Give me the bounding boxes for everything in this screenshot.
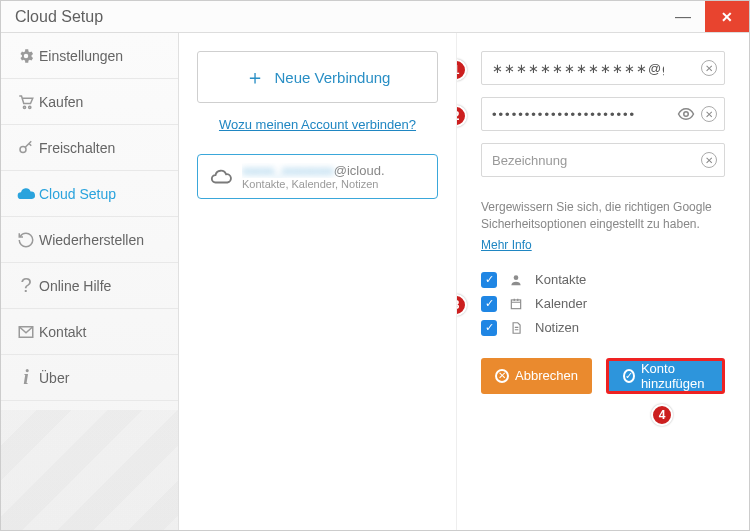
- app-window: Cloud Setup — ✕ Einstellungen Kaufen: [0, 0, 750, 531]
- check-label: Kontakte: [535, 272, 586, 287]
- sidebar-item-contact[interactable]: Kontakt: [1, 309, 178, 355]
- checkbox-icon: ✓: [481, 272, 497, 288]
- reveal-password-icon[interactable]: [677, 105, 695, 123]
- right-pane: 1 2 ✕ ✕ ✕: [457, 33, 749, 530]
- checkbox-icon: ✓: [481, 320, 497, 336]
- window-body: Einstellungen Kaufen Freischalten Cloud …: [1, 33, 749, 530]
- clear-label-icon[interactable]: ✕: [701, 152, 717, 168]
- new-connection-label: Neue Verbindung: [275, 69, 391, 86]
- account-card-icloud[interactable]: xxxxx_xxxxxxxx@icloud. Kontakte, Kalende…: [197, 154, 438, 199]
- restore-icon: [13, 231, 39, 249]
- annotation-badge-4: 4: [651, 404, 673, 426]
- titlebar: Cloud Setup — ✕: [1, 1, 749, 33]
- cancel-label: Abbrechen: [515, 368, 578, 383]
- check-contacts[interactable]: ✓ Kontakte: [481, 272, 725, 288]
- clear-email-icon[interactable]: ✕: [701, 60, 717, 76]
- plus-icon: ＋: [245, 64, 265, 91]
- account-info: xxxxx_xxxxxxxx@icloud. Kontakte, Kalende…: [242, 163, 385, 190]
- sidebar-item-label: Kaufen: [39, 94, 83, 110]
- sidebar-item-settings[interactable]: Einstellungen: [1, 33, 178, 79]
- button-row: ✕ Abbrechen ✓ Konto hinzufügen 4: [481, 358, 725, 394]
- gear-icon: [13, 47, 39, 65]
- account-subtitle: Kontakte, Kalender, Notizen: [242, 178, 385, 190]
- more-info-link[interactable]: Mehr Info: [481, 238, 532, 252]
- sidebar-item-help[interactable]: ? Online Hilfe: [1, 263, 178, 309]
- email-input[interactable]: [481, 51, 725, 85]
- add-account-button[interactable]: ✓ Konto hinzufügen: [606, 358, 725, 394]
- account-address: xxxxx_xxxxxxxx@icloud.: [242, 163, 385, 178]
- security-note: Vergewissern Sie sich, die richtigen Goo…: [481, 199, 725, 233]
- check-circle-icon: ✓: [623, 369, 635, 383]
- notes-icon: [507, 321, 525, 335]
- cancel-icon: ✕: [495, 369, 509, 383]
- cart-icon: [13, 93, 39, 111]
- cloud-icon: [210, 166, 232, 188]
- sidebar-item-about[interactable]: i Über: [1, 355, 178, 401]
- sidebar-item-label: Einstellungen: [39, 48, 123, 64]
- email-field-wrap: ✕: [481, 51, 725, 85]
- svg-point-2: [20, 146, 26, 152]
- annotation-badge-2: 2: [457, 105, 467, 127]
- sidebar-item-label: Freischalten: [39, 140, 115, 156]
- label-field-wrap: ✕: [481, 143, 725, 177]
- sync-options: 3 ✓ Kontakte ✓ Kalender ✓: [481, 272, 725, 336]
- minimize-button[interactable]: —: [661, 1, 705, 32]
- question-icon: ?: [13, 274, 39, 297]
- svg-point-4: [684, 112, 689, 117]
- close-button[interactable]: ✕: [705, 1, 749, 32]
- sidebar: Einstellungen Kaufen Freischalten Cloud …: [1, 33, 179, 530]
- annotation-badge-3: 3: [457, 294, 467, 316]
- key-icon: [13, 139, 39, 157]
- sidebar-item-label: Wiederherstellen: [39, 232, 144, 248]
- new-connection-button[interactable]: ＋ Neue Verbindung: [197, 51, 438, 103]
- check-notes[interactable]: ✓ Notizen: [481, 320, 725, 336]
- sidebar-item-label: Kontakt: [39, 324, 86, 340]
- add-label: Konto hinzufügen: [641, 361, 708, 391]
- calendar-icon: [507, 297, 525, 311]
- window-title: Cloud Setup: [15, 8, 103, 26]
- middle-pane: ＋ Neue Verbindung Wozu meinen Account ve…: [179, 33, 457, 530]
- window-controls: — ✕: [661, 1, 749, 32]
- sidebar-item-restore[interactable]: Wiederherstellen: [1, 217, 178, 263]
- sidebar-item-cloud-setup[interactable]: Cloud Setup: [1, 171, 178, 217]
- svg-point-0: [23, 106, 25, 108]
- sidebar-item-label: Cloud Setup: [39, 186, 116, 202]
- info-icon: i: [13, 366, 39, 389]
- label-input[interactable]: [481, 143, 725, 177]
- annotation-badge-1: 1: [457, 59, 467, 81]
- check-calendar[interactable]: ✓ Kalender: [481, 296, 725, 312]
- clear-password-icon[interactable]: ✕: [701, 106, 717, 122]
- sidebar-item-unlock[interactable]: Freischalten: [1, 125, 178, 171]
- svg-point-5: [514, 275, 519, 280]
- sidebar-item-label: Online Hilfe: [39, 278, 111, 294]
- why-connect-link[interactable]: Wozu meinen Account verbinden?: [197, 117, 438, 132]
- check-label: Kalender: [535, 296, 587, 311]
- cloud-icon: [13, 184, 39, 204]
- sidebar-item-buy[interactable]: Kaufen: [1, 79, 178, 125]
- checkbox-icon: ✓: [481, 296, 497, 312]
- mail-icon: [13, 323, 39, 341]
- check-label: Notizen: [535, 320, 579, 335]
- svg-point-1: [29, 106, 31, 108]
- password-field-wrap: ✕: [481, 97, 725, 131]
- person-icon: [507, 273, 525, 287]
- sidebar-item-label: Über: [39, 370, 69, 386]
- svg-rect-6: [511, 300, 520, 309]
- cancel-button[interactable]: ✕ Abbrechen: [481, 358, 592, 394]
